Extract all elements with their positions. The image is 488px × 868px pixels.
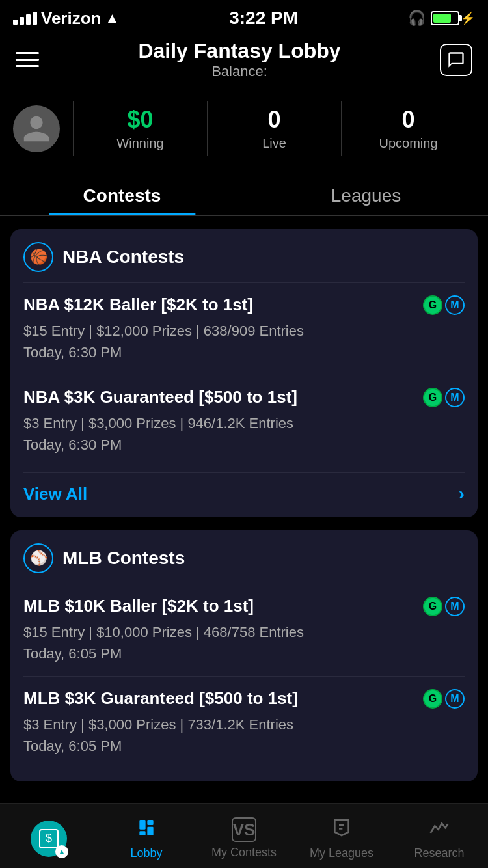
- multi-entry-badge: M: [445, 597, 465, 616]
- nba-view-all-button[interactable]: View All ›: [23, 472, 465, 504]
- contest-item[interactable]: NBA $12K Baller [$2K to 1st] G M $15 Ent…: [23, 282, 465, 375]
- battery-indicator: ⚡: [431, 11, 475, 25]
- guaranteed-badge: G: [423, 597, 442, 616]
- tab-leagues[interactable]: Leagues: [244, 172, 488, 215]
- svg-rect-1: [147, 820, 153, 825]
- stats-items: $0 Winning 0 Live 0 Upcoming: [73, 101, 475, 156]
- wifi-icon: ▲: [105, 10, 119, 27]
- nba-contest-card: 🏀 NBA Contests NBA $12K Baller [$2K to 1…: [10, 229, 478, 517]
- header-title-block: Daily Fantasy Lobby Balance:: [138, 39, 340, 80]
- live-value: 0: [208, 106, 341, 133]
- upcoming-stat: 0 Upcoming: [341, 101, 475, 156]
- carrier-label: Verizon: [41, 8, 101, 29]
- guaranteed-badge: G: [423, 689, 442, 709]
- contest-item[interactable]: MLB $3K Guaranteed [$500 to 1st] G M $3 …: [23, 676, 465, 768]
- mlb-sport-icon: ⚾: [23, 543, 53, 573]
- mlb-card-header: ⚾ MLB Contests: [23, 543, 465, 573]
- shield-arrow-icon: ▲: [55, 845, 68, 858]
- contest-details: $15 Entry | $12,000 Prizes | 638/909 Ent…: [23, 320, 465, 363]
- contest-badges: G M: [423, 597, 465, 616]
- page-title: Daily Fantasy Lobby: [138, 39, 340, 63]
- contest-name-row: NBA $3K Guaranteed [$500 to 1st] G M: [23, 387, 465, 407]
- nav-item-promo[interactable]: $ ▲: [0, 815, 98, 857]
- live-stat: 0 Live: [207, 101, 341, 156]
- svg-rect-2: [139, 831, 145, 835]
- nav-item-lobby[interactable]: Lobby: [98, 812, 195, 860]
- lobby-label: Lobby: [130, 847, 162, 860]
- stats-row: $0 Winning 0 Live 0 Upcoming: [0, 90, 488, 167]
- guaranteed-badge: G: [423, 388, 442, 407]
- content-area: 🏀 NBA Contests NBA $12K Baller [$2K to 1…: [0, 216, 488, 794]
- nav-item-my-leagues[interactable]: My Leagues: [293, 812, 390, 860]
- tab-contests[interactable]: Contests: [0, 172, 244, 215]
- contest-name-row: MLB $3K Guaranteed [$500 to 1st] G M: [23, 688, 465, 709]
- nba-card-header: 🏀 NBA Contests: [23, 242, 465, 272]
- upcoming-label: Upcoming: [342, 136, 475, 151]
- contest-item[interactable]: NBA $3K Guaranteed [$500 to 1st] G M $3 …: [23, 375, 465, 467]
- multi-entry-badge: M: [445, 295, 465, 315]
- my-leagues-label: My Leagues: [310, 847, 373, 860]
- upcoming-value: 0: [342, 106, 475, 133]
- multi-entry-badge: M: [445, 388, 465, 407]
- contest-name: MLB $10K Baller [$2K to 1st]: [23, 596, 254, 616]
- research-label: Research: [414, 847, 464, 860]
- shield-dollar-icon: $: [39, 829, 59, 848]
- contest-name: NBA $3K Guaranteed [$500 to 1st]: [23, 387, 297, 407]
- svg-rect-3: [147, 826, 153, 835]
- contest-details: $15 Entry | $10,000 Prizes | 468/758 Ent…: [23, 621, 465, 664]
- my-contests-label: My Contests: [211, 846, 277, 860]
- time-label: 3:22 PM: [229, 8, 298, 29]
- nav-item-my-contests[interactable]: VS My Contests: [195, 812, 293, 860]
- contest-badges: G M: [423, 388, 465, 407]
- winning-label: Winning: [74, 136, 207, 151]
- tab-bar: Contests Leagues: [0, 172, 488, 216]
- bottom-nav: $ ▲ Lobby VS My Contests My Leagues: [0, 803, 488, 868]
- contest-name-row: NBA $12K Baller [$2K to 1st] G M: [23, 295, 465, 315]
- nba-sport-icon: 🏀: [23, 242, 53, 272]
- nav-item-research[interactable]: Research: [390, 812, 488, 860]
- contest-name: MLB $3K Guaranteed [$500 to 1st]: [23, 688, 298, 709]
- live-label: Live: [208, 136, 341, 151]
- winning-stat: $0 Winning: [73, 101, 207, 156]
- status-left: Verizon ▲: [13, 8, 119, 29]
- research-icon: [429, 817, 450, 843]
- svg-rect-0: [139, 820, 145, 830]
- messages-button[interactable]: [440, 44, 472, 76]
- multi-entry-badge: M: [445, 689, 465, 709]
- mlb-card-title: MLB Contests: [62, 548, 185, 569]
- my-leagues-icon: [331, 817, 352, 843]
- guaranteed-badge: G: [423, 295, 442, 315]
- contest-name-row: MLB $10K Baller [$2K to 1st] G M: [23, 596, 465, 616]
- contest-details: $3 Entry | $3,000 Prizes | 946/1.2K Entr…: [23, 413, 465, 455]
- contest-details: $3 Entry | $3,000 Prizes | 733/1.2K Entr…: [23, 714, 465, 757]
- nba-card-title: NBA Contests: [62, 247, 184, 267]
- lobby-icon: [136, 817, 157, 843]
- mlb-contest-card: ⚾ MLB Contests MLB $10K Baller [$2K to 1…: [10, 530, 478, 781]
- balance-label: Balance:: [138, 63, 340, 80]
- menu-button[interactable]: [16, 52, 39, 67]
- charging-icon: ⚡: [461, 11, 475, 25]
- signal-icon: [13, 12, 37, 25]
- app-header: Daily Fantasy Lobby Balance:: [0, 34, 488, 90]
- contest-item[interactable]: MLB $10K Baller [$2K to 1st] G M $15 Ent…: [23, 584, 465, 676]
- my-contests-icon: VS: [232, 817, 256, 842]
- status-right: 🎧 ⚡: [408, 10, 475, 27]
- avatar: [13, 105, 60, 152]
- headphones-icon: 🎧: [408, 10, 426, 27]
- contest-badges: G M: [423, 689, 465, 709]
- contest-badges: G M: [423, 295, 465, 315]
- chevron-right-icon: ›: [459, 483, 465, 504]
- status-bar: Verizon ▲ 3:22 PM 🎧 ⚡: [0, 0, 488, 34]
- promo-shield-icon: $ ▲: [31, 821, 67, 857]
- contest-name: NBA $12K Baller [$2K to 1st]: [23, 295, 253, 315]
- winning-value: $0: [74, 106, 207, 133]
